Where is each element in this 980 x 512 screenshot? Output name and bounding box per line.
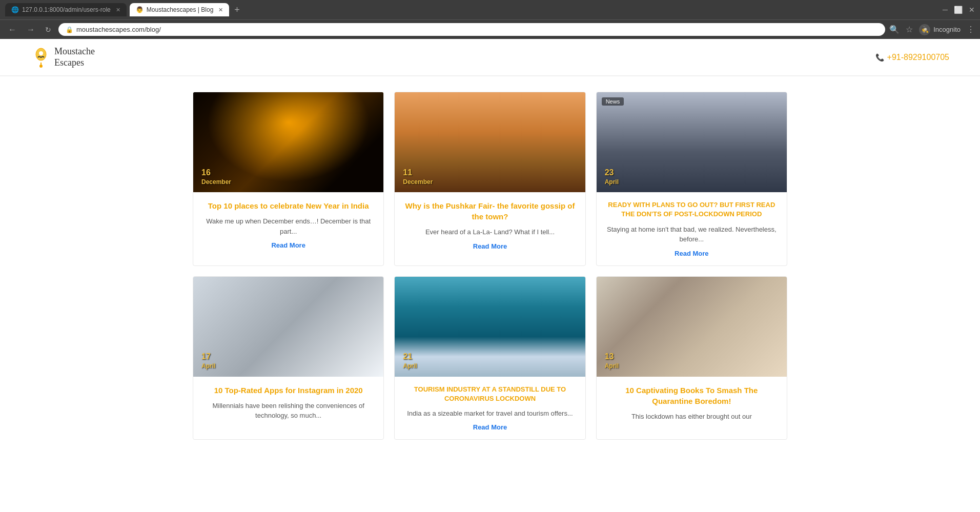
logo-text: Moustache Escapes bbox=[54, 46, 95, 68]
card-image-card5: 21 April bbox=[395, 277, 585, 377]
date-day-card4: 17 bbox=[201, 352, 215, 362]
date-month-card4: April bbox=[201, 362, 215, 371]
browser-tab-blog[interactable]: 👨 Moustachescapes | Blog ✕ bbox=[130, 3, 230, 16]
bookmark-icon[interactable]: ☆ bbox=[906, 25, 913, 34]
phone-icon: 📞 bbox=[875, 53, 884, 62]
phone-text: +91-8929100705 bbox=[887, 53, 949, 62]
site-logo[interactable]: Moustache Escapes bbox=[31, 46, 95, 68]
blog-card-card2: 11 December Why is the Pushkar Fair- the… bbox=[394, 92, 585, 265]
card-excerpt-card4: Millennials have been relishing the conv… bbox=[201, 401, 375, 421]
card-image-card3: News 23 April bbox=[597, 92, 787, 192]
date-badge-card5: 21 April bbox=[403, 352, 417, 370]
read-more-link-card5[interactable]: Read More bbox=[403, 423, 577, 431]
card-excerpt-card3: Staying at home isn't that bad, we reali… bbox=[605, 224, 779, 244]
card-title-card5: TOURISM INDUSTRY AT A STANDSTILL DUE TO … bbox=[403, 385, 577, 403]
news-badge: News bbox=[602, 97, 624, 106]
card-body-card3: READY WITH PLANS TO GO OUT? BUT FIRST RE… bbox=[597, 192, 787, 265]
page-content: Moustache Escapes 📞 +91-8929100705 16 De… bbox=[0, 39, 980, 475]
reload-button[interactable]: ↻ bbox=[42, 25, 54, 35]
blog-container: 16 December Top 10 places to celebrate N… bbox=[182, 76, 798, 455]
toolbar-right: 🔍 ☆ 🕵 Incognito ⋮ bbox=[889, 24, 975, 35]
site-header: Moustache Escapes 📞 +91-8929100705 bbox=[0, 39, 980, 76]
card-bg-card5 bbox=[395, 277, 585, 377]
date-day-card6: 13 bbox=[605, 352, 619, 362]
card-excerpt-card6: This lockdown has either brought out our bbox=[605, 412, 779, 422]
forward-button[interactable]: → bbox=[24, 24, 38, 35]
incognito-icon: 🕵 bbox=[919, 24, 930, 35]
back-button[interactable]: ← bbox=[5, 24, 19, 35]
logo-line2: Escapes bbox=[54, 57, 95, 69]
date-month-card6: April bbox=[605, 362, 619, 371]
card-image-card2: 11 December bbox=[395, 92, 585, 192]
card-title-card3: READY WITH PLANS TO GO OUT? BUT FIRST RE… bbox=[605, 200, 779, 219]
date-badge-card3: 23 April bbox=[605, 168, 619, 186]
blog-card-card3: News 23 April READY WITH PLANS TO GO OUT… bbox=[596, 92, 787, 265]
read-more-link-card3[interactable]: Read More bbox=[605, 250, 779, 257]
date-badge-card2: 11 December bbox=[403, 168, 433, 186]
window-controls: ─ ⬜ ✕ bbox=[943, 6, 975, 14]
card-body-card4: 10 Top-Rated Apps for Instagram in 2020 … bbox=[193, 377, 383, 434]
date-month-card5: April bbox=[403, 362, 417, 371]
card-body-card1: Top 10 places to celebrate New Year in I… bbox=[193, 192, 383, 257]
date-day-card2: 11 bbox=[403, 168, 433, 178]
date-month-card2: December bbox=[403, 178, 433, 187]
browser-toolbar: ← → ↻ 🔒 moustachescapes.com/blog/ 🔍 ☆ 🕵 … bbox=[0, 19, 980, 39]
blog-grid: 16 December Top 10 places to celebrate N… bbox=[193, 92, 787, 440]
tab2-close[interactable]: ✕ bbox=[218, 7, 223, 13]
card-bg-card4 bbox=[193, 277, 383, 377]
browser-chrome: 🌐 127.0.0.1:8000/admin/users-role ✕ 👨 Mo… bbox=[0, 0, 980, 39]
tab1-close[interactable]: ✕ bbox=[116, 7, 120, 13]
card-title-card4: 10 Top-Rated Apps for Instagram in 2020 bbox=[201, 385, 375, 396]
phone-number: 📞 +91-8929100705 bbox=[875, 53, 949, 62]
incognito-badge: 🕵 Incognito bbox=[919, 24, 961, 35]
svg-point-1 bbox=[39, 51, 43, 55]
date-day-card5: 21 bbox=[403, 352, 417, 362]
date-day-card1: 16 bbox=[201, 168, 231, 178]
card-image-card4: 17 April bbox=[193, 277, 383, 377]
blog-card-card6: 13 April 10 Captivating Books To Smash T… bbox=[596, 276, 787, 440]
card-title-card2: Why is the Pushkar Fair- the favorite go… bbox=[403, 200, 577, 222]
svg-point-2 bbox=[39, 65, 43, 68]
date-month-card1: December bbox=[201, 178, 231, 187]
tab2-label: Moustachescapes | Blog bbox=[147, 6, 214, 13]
logo-icon bbox=[31, 47, 51, 68]
close-window-button[interactable]: ✕ bbox=[969, 6, 975, 14]
minimize-button[interactable]: ─ bbox=[943, 6, 948, 14]
browser-tab-admin[interactable]: 🌐 127.0.0.1:8000/admin/users-role ✕ bbox=[5, 3, 127, 16]
tab1-label: 127.0.0.1:8000/admin/users-role bbox=[22, 6, 111, 13]
search-icon[interactable]: 🔍 bbox=[889, 25, 900, 34]
new-tab-button[interactable]: + bbox=[234, 5, 240, 15]
address-bar[interactable]: 🔒 moustachescapes.com/blog/ bbox=[58, 23, 885, 36]
tab-globe-icon: 🌐 bbox=[11, 6, 19, 13]
blog-card-card5: 21 April TOURISM INDUSTRY AT A STANDSTIL… bbox=[394, 276, 585, 440]
date-badge-card4: 17 April bbox=[201, 352, 215, 370]
date-day-card3: 23 bbox=[605, 168, 619, 178]
card-body-card2: Why is the Pushkar Fair- the favorite go… bbox=[395, 192, 585, 258]
read-more-link-card1[interactable]: Read More bbox=[201, 241, 375, 249]
maximize-button[interactable]: ⬜ bbox=[954, 6, 963, 14]
card-body-card5: TOURISM INDUSTRY AT A STANDSTILL DUE TO … bbox=[395, 377, 585, 440]
read-more-link-card2[interactable]: Read More bbox=[403, 242, 577, 250]
url-text: moustachescapes.com/blog/ bbox=[76, 26, 161, 33]
browser-titlebar: 🌐 127.0.0.1:8000/admin/users-role ✕ 👨 Mo… bbox=[0, 0, 980, 19]
card-body-card6: 10 Captivating Books To Smash The Quaran… bbox=[597, 377, 787, 435]
date-month-card3: April bbox=[605, 178, 619, 187]
blog-card-card1: 16 December Top 10 places to celebrate N… bbox=[193, 92, 384, 265]
tab-mustache-icon: 👨 bbox=[136, 6, 144, 13]
incognito-label: Incognito bbox=[933, 26, 961, 33]
blog-card-card4: 17 April 10 Top-Rated Apps for Instagram… bbox=[193, 276, 384, 440]
card-excerpt-card2: Ever heard of a La-La- Land? What if I t… bbox=[403, 227, 577, 237]
lock-icon: 🔒 bbox=[66, 26, 73, 33]
card-image-card6: 13 April bbox=[597, 277, 787, 377]
date-badge-card1: 16 December bbox=[201, 168, 231, 186]
card-title-card1: Top 10 places to celebrate New Year in I… bbox=[201, 200, 375, 211]
card-bg-card3 bbox=[597, 92, 787, 192]
card-excerpt-card1: Wake me up when December ends…! December… bbox=[201, 216, 375, 236]
card-image-card1: 16 December bbox=[193, 92, 383, 192]
card-bg-card6 bbox=[597, 277, 787, 377]
card-excerpt-card5: India as a sizeable market for travel an… bbox=[403, 408, 577, 419]
card-title-card6: 10 Captivating Books To Smash The Quaran… bbox=[605, 385, 779, 406]
logo-line1: Moustache bbox=[54, 46, 95, 57]
menu-icon[interactable]: ⋮ bbox=[967, 25, 975, 34]
date-badge-card6: 13 April bbox=[605, 352, 619, 370]
